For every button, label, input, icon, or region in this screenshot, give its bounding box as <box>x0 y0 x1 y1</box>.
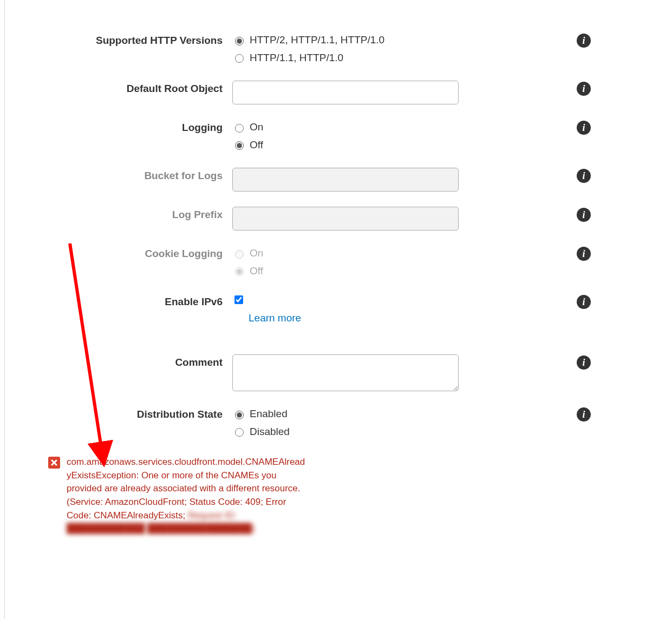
row-enable-ipv6: Enable IPv6 Learn more i <box>27 294 650 324</box>
input-bucket-for-logs <box>232 168 459 192</box>
info-icon[interactable]: i <box>577 295 591 309</box>
control-bucket-for-logs <box>232 168 460 192</box>
radio-http-opt2[interactable]: HTTP/1.1, HTTP/1.0 <box>232 50 460 66</box>
radio-cookie-on-input <box>235 250 244 259</box>
control-logging: On Off <box>232 120 460 153</box>
radio-http-opt2-label: HTTP/1.1, HTTP/1.0 <box>250 50 343 66</box>
error-text: com.amazonaws.services.cloudfront.model.… <box>67 456 308 536</box>
control-cookie-logging: On Off <box>232 246 460 279</box>
row-cookie-logging: Cookie Logging On Off i <box>27 246 650 279</box>
label-bucket-for-logs: Bucket for Logs <box>27 168 232 182</box>
control-default-root-object <box>232 81 460 104</box>
checkbox-enable-ipv6[interactable] <box>234 295 243 304</box>
radio-logging-off[interactable]: Off <box>232 137 460 153</box>
control-comment <box>232 354 460 391</box>
radio-cookie-on: On <box>232 246 460 261</box>
radio-dist-enabled-input[interactable] <box>235 411 244 419</box>
error-icon <box>48 457 60 469</box>
radio-http-opt1-label: HTTP/2, HTTP/1.1, HTTP/1.0 <box>250 32 384 48</box>
radio-cookie-off: Off <box>232 264 460 279</box>
input-default-root-object[interactable] <box>232 81 459 104</box>
radio-dist-disabled-label: Disabled <box>250 424 290 440</box>
control-distribution-state: Enabled Disabled <box>232 406 460 439</box>
radio-logging-on-label: On <box>250 120 263 135</box>
info-icon[interactable]: i <box>577 355 591 370</box>
info-icon[interactable]: i <box>577 121 591 135</box>
control-enable-ipv6: Learn more <box>232 294 460 324</box>
row-http-versions: Supported HTTP Versions HTTP/2, HTTP/1.1… <box>27 32 650 65</box>
radio-cookie-off-input <box>235 267 244 276</box>
info-icon[interactable]: i <box>577 34 591 48</box>
info-icon[interactable]: i <box>577 82 591 96</box>
label-log-prefix: Log Prefix <box>27 207 232 221</box>
row-bucket-for-logs: Bucket for Logs i <box>27 168 650 192</box>
radio-logging-off-label: Off <box>250 137 263 153</box>
link-learn-more[interactable]: Learn more <box>249 312 460 324</box>
radio-http-opt1[interactable]: HTTP/2, HTTP/1.1, HTTP/1.0 <box>232 32 460 48</box>
label-http-versions: Supported HTTP Versions <box>27 32 232 47</box>
input-log-prefix <box>232 207 459 231</box>
info-icon[interactable]: i <box>577 407 591 422</box>
label-enable-ipv6: Enable IPv6 <box>27 294 232 308</box>
row-log-prefix: Log Prefix i <box>27 207 650 231</box>
info-icon[interactable]: i <box>577 247 591 261</box>
row-comment: Comment i <box>27 354 650 391</box>
form-container: Supported HTTP Versions HTTP/2, HTTP/1.1… <box>4 0 672 619</box>
radio-dist-disabled[interactable]: Disabled <box>232 424 460 440</box>
radio-cookie-on-label: On <box>250 246 263 261</box>
control-log-prefix <box>232 207 460 231</box>
radio-cookie-off-label: Off <box>250 264 263 279</box>
spacer <box>27 339 650 354</box>
row-distribution-state: Distribution State Enabled Disabled i <box>27 406 650 439</box>
row-logging: Logging On Off i <box>27 120 650 153</box>
textarea-comment[interactable] <box>232 354 459 391</box>
info-icon[interactable]: i <box>577 169 591 183</box>
info-icon[interactable]: i <box>577 208 591 222</box>
row-default-root-object: Default Root Object i <box>27 81 650 104</box>
label-default-root-object: Default Root Object <box>27 81 232 95</box>
radio-dist-enabled[interactable]: Enabled <box>232 406 460 422</box>
radio-dist-disabled-input[interactable] <box>235 428 244 437</box>
error-block: com.amazonaws.services.cloudfront.model.… <box>48 456 308 536</box>
label-comment: Comment <box>27 354 232 368</box>
label-distribution-state: Distribution State <box>27 406 232 420</box>
radio-http-opt1-input[interactable] <box>235 37 244 45</box>
control-http-versions: HTTP/2, HTTP/1.1, HTTP/1.0 HTTP/1.1, HTT… <box>232 32 460 65</box>
label-cookie-logging: Cookie Logging <box>27 246 232 260</box>
radio-logging-on[interactable]: On <box>232 120 460 135</box>
label-logging: Logging <box>27 120 232 134</box>
radio-http-opt2-input[interactable] <box>235 54 244 63</box>
radio-logging-on-input[interactable] <box>235 124 244 133</box>
radio-dist-enabled-label: Enabled <box>250 406 288 422</box>
radio-logging-off-input[interactable] <box>235 141 244 150</box>
error-message: com.amazonaws.services.cloudfront.model.… <box>67 457 305 521</box>
